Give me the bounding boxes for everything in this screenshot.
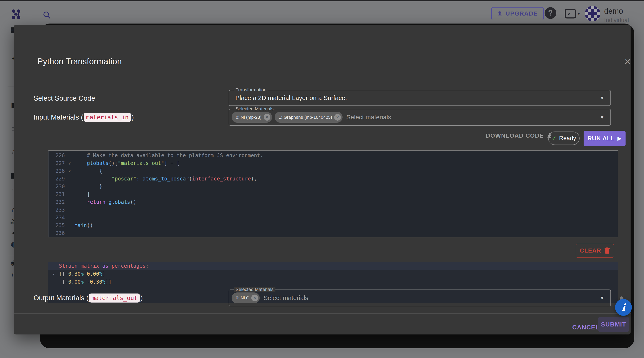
line-number: 232 — [48, 199, 65, 205]
caret-down-icon: ▾ — [578, 11, 580, 16]
input-materials-placeholder: Select materials — [346, 114, 391, 121]
input-materials-select-label: Selected Materials — [234, 106, 276, 112]
material-chip[interactable]: 0: Ni (mp-23)✕ — [232, 112, 272, 123]
editor-line: 236 — [48, 229, 618, 237]
output-materials-placeholder: Select materials — [264, 294, 308, 301]
material-chip[interactable]: 0: Ni C✕ — [232, 292, 260, 303]
editor-line: 233 — [48, 206, 618, 214]
input-materials-label: Input Materials (materials_in) — [34, 109, 134, 126]
user-name: demo — [604, 7, 623, 16]
transformation-select-value: Place a 2D material Layer on a Surface. — [235, 94, 347, 101]
upload-icon — [497, 11, 502, 17]
console-text: [-0.00% -0.30%]] — [59, 279, 112, 285]
submit-button[interactable]: SUBMIT — [598, 317, 629, 332]
code-text: main() — [74, 222, 618, 228]
fold-icon[interactable]: ∨ — [65, 169, 74, 173]
editor-line: 229 "poscar": atoms_to_poscar(interface_… — [48, 175, 618, 183]
output-materials-label: Output Materials (materials_out) — [34, 289, 143, 306]
line-number: 229 — [48, 176, 65, 182]
dialog-title: Python Transformation — [37, 57, 122, 66]
footer-divider — [14, 313, 630, 314]
output-materials-select-label: Selected Materials — [234, 287, 276, 292]
terminal-icon: >_ — [565, 9, 576, 19]
chip-remove-icon[interactable]: ✕ — [334, 114, 341, 121]
console-text: [[-0.30% 0.00%] — [59, 271, 105, 277]
output-materials-select[interactable]: Selected Materials 0: Ni C✕ Select mater… — [229, 289, 611, 306]
materials-in-code-badge: materials_in — [84, 113, 131, 122]
console-line: [-0.00% -0.30%]] — [48, 278, 618, 286]
materials-out-code-badge: materials_out — [89, 293, 140, 302]
caret-down-icon: ▼ — [600, 114, 604, 120]
chip-remove-icon[interactable]: ✕ — [264, 114, 270, 121]
help-icon[interactable]: ? — [544, 7, 556, 19]
code-text: return globals() — [74, 199, 618, 205]
editor-line: 231 ] — [48, 190, 618, 198]
material-chip-label: 1: Graphene (mp-1040425) — [279, 115, 332, 120]
browser-top-strip — [0, 0, 644, 1]
console-menu-button[interactable]: >_ ▾ — [565, 9, 580, 19]
code-text: { — [74, 168, 618, 174]
code-text: globals()["materials_out"] = [ — [74, 160, 618, 166]
material-chip-label: 0: Ni C — [236, 295, 249, 300]
fold-icon[interactable]: ∨ — [65, 161, 74, 165]
select-source-code-label: Select Source Code — [34, 90, 95, 106]
editor-line: 235main() — [48, 222, 618, 229]
editor-line: 230 } — [48, 183, 618, 190]
clear-button[interactable]: CLEAR — [576, 244, 614, 258]
line-number: 228 — [48, 168, 65, 174]
output-chips: 0: Ni C✕ — [229, 292, 260, 303]
play-icon: ▶ — [618, 135, 622, 141]
topbar: UPGRADE ? >_ ▾ demo Individual — [0, 1, 644, 25]
line-number: 233 — [48, 207, 65, 213]
code-text: "poscar": atoms_to_poscar(interface_stru… — [74, 176, 618, 182]
status-badge: ✓ Ready — [548, 131, 580, 145]
download-code-button[interactable]: DOWNLOAD CODE — [486, 132, 552, 139]
console-line: ∨[[-0.30% 0.00%] — [48, 270, 618, 278]
info-button[interactable]: i — [615, 299, 632, 316]
line-number: 226 — [48, 152, 65, 158]
material-chip-label: 0: Ni (mp-23) — [236, 115, 262, 120]
console-line: Strain matrix as percentages: — [48, 262, 618, 270]
caret-down-icon: ▼ — [600, 295, 604, 301]
editor-line: 232 return globals() — [48, 198, 618, 206]
search-icon[interactable] — [42, 11, 52, 21]
line-number: 231 — [48, 191, 65, 197]
user-plan: Individual — [604, 17, 629, 24]
run-all-button[interactable]: RUN ALL ▶ — [584, 131, 626, 146]
line-number: 236 — [48, 230, 65, 236]
close-icon[interactable]: ✕ — [622, 56, 634, 68]
upgrade-button[interactable]: UPGRADE — [491, 7, 544, 20]
fold-icon[interactable]: ∨ — [48, 272, 59, 276]
caret-down-icon: ▼ — [600, 95, 604, 101]
chip-remove-icon[interactable]: ✕ — [251, 295, 258, 301]
line-number: 230 — [48, 184, 65, 190]
line-number: 235 — [48, 222, 65, 228]
line-number: 227 — [48, 160, 65, 166]
app-logo-icon[interactable] — [11, 9, 21, 21]
code-text: ] — [74, 191, 618, 197]
console-text: Strain matrix as percentages: — [59, 263, 149, 269]
material-chip[interactable]: 1: Graphene (mp-1040425)✕ — [274, 112, 343, 123]
code-text: } — [74, 184, 618, 190]
editor-line: 228∨ { — [48, 167, 618, 175]
status-text: Ready — [559, 135, 576, 142]
editor-line: 234 — [48, 214, 618, 222]
input-chips: 0: Ni (mp-23)✕1: Graphene (mp-1040425)✕ — [229, 112, 342, 123]
code-text: # Make the data available to the platfor… — [74, 152, 618, 158]
check-icon: ✓ — [552, 135, 556, 142]
line-number: 234 — [48, 215, 65, 221]
upgrade-label: UPGRADE — [506, 10, 538, 17]
python-transformation-dialog: Python Transformation ✕ Select Source Co… — [14, 25, 630, 334]
transformation-select[interactable]: Transformation Place a 2D material Layer… — [229, 90, 611, 106]
editor-line: 227∨ globals()["materials_out"] = [ — [48, 159, 618, 167]
input-materials-select[interactable]: Selected Materials 0: Ni (mp-23)✕1: Grap… — [229, 109, 611, 126]
trash-icon — [604, 247, 610, 254]
transformation-select-label: Transformation — [234, 87, 268, 93]
editor-line: 226 # Make the data available to the pla… — [48, 151, 618, 159]
code-editor[interactable]: 226 # Make the data available to the pla… — [48, 150, 618, 237]
avatar[interactable] — [585, 6, 600, 22]
cancel-button[interactable]: CANCEL — [568, 321, 603, 334]
